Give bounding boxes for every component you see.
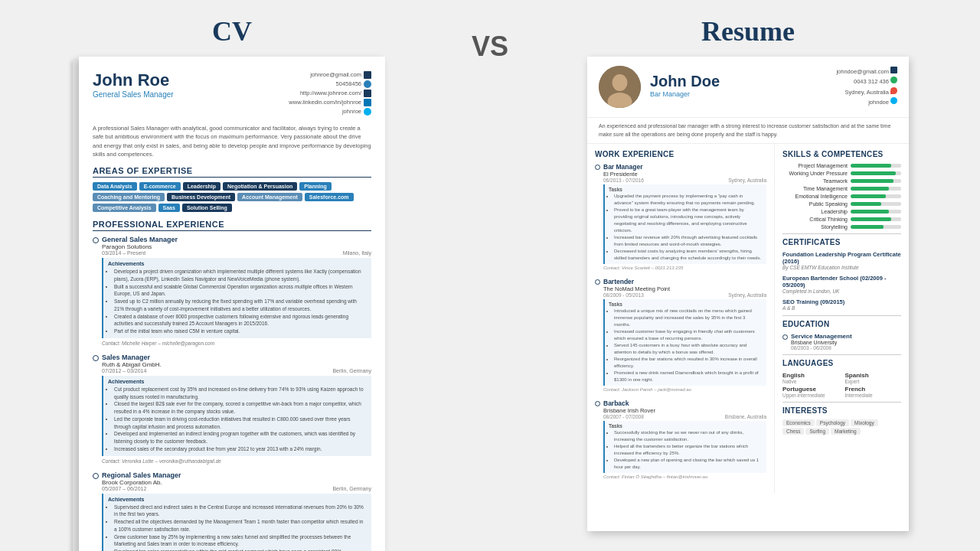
- skill-bar-wup: [851, 171, 901, 175]
- lang-english-level: Native: [782, 379, 839, 384]
- lang-portuguese-name: Portuguese: [782, 386, 839, 393]
- achievements-title-3: Achievements: [108, 497, 367, 502]
- achievements-box-3: Achievements Supervised direct and indir…: [102, 494, 371, 552]
- cv-name: John Roe: [93, 70, 174, 90]
- tasks-label-2: Tasks: [609, 302, 763, 307]
- cv-section: CV John Roe General Sales Manager johnro…: [8, 15, 456, 551]
- work-tasks-2: Tasks Introduced a unique mix of new coc…: [603, 299, 766, 386]
- lang-portuguese-level: Upper-intermediate: [782, 393, 839, 398]
- tag-solution: Solution Selling: [182, 204, 232, 212]
- skill-bar-tm: [851, 187, 901, 191]
- job-contact-2: Contact: Veronika Lotte – veronika@rutha…: [102, 458, 371, 464]
- skill-bar-ct: [851, 217, 901, 221]
- expertise-tags: Data Analysis E-commerce Leadership Nego…: [93, 182, 371, 212]
- cv-skype: johnroe: [342, 107, 361, 116]
- lang-french-level: Intermediate: [845, 393, 902, 398]
- edu-section-title: EDUCATION: [782, 320, 901, 328]
- tag-planning: Planning: [299, 182, 332, 191]
- skill-row-tw: Teamwork: [782, 178, 901, 184]
- skill-row-pm: Project Management: [782, 163, 901, 168]
- linkedin-icon: [364, 99, 371, 106]
- work-loc-1: Sydney, Australia: [728, 178, 766, 183]
- job-location-3: Berlin, Germany: [332, 486, 371, 491]
- skill-name-tm: Time Management: [782, 186, 848, 191]
- tag-negotiation: Negotiation & Persuasion: [223, 182, 297, 191]
- job-circle-3: [93, 473, 99, 479]
- work-date-3: 08/2007 - 07/2008: [603, 414, 644, 419]
- job-company-1: Paragon Solutions: [102, 243, 178, 250]
- job-entry-2: Sales Manager Ruth & Abigail GmbH. 07/20…: [93, 354, 371, 464]
- achievements-box-2: Achievements Cut product replacement cos…: [102, 376, 371, 456]
- job-contact-1: Contact: Michelle Harper – michelle@para…: [102, 341, 371, 346]
- divider-1: [782, 233, 901, 234]
- achievements-box-1: Achievements Developed a project driven …: [102, 258, 371, 338]
- interest-surfing: Surfing: [805, 428, 829, 435]
- lang-spanish-name: Spanish: [845, 372, 902, 379]
- interest-mixology: Mixology: [851, 419, 878, 426]
- cert-section-title: CERTIFICATES: [782, 238, 901, 246]
- skill-name-ps: Public Speaking: [782, 201, 848, 207]
- svg-point-1: [612, 74, 628, 91]
- work-contact-3: Contact: Fintan Ó Séaghdha – fintan@iris…: [603, 474, 766, 479]
- tasks-list-1: Upgraded the payment process by implemen…: [609, 193, 763, 262]
- cv-title: CV: [212, 15, 252, 47]
- work-title-3: Barback: [603, 399, 629, 407]
- cv-email: johnroe@gmail.com: [310, 70, 361, 80]
- resume-title: Resume: [701, 15, 795, 47]
- achievements-list-3: Supervised direct and indirect sales in …: [108, 504, 367, 552]
- tag-account: Account Management: [237, 193, 302, 201]
- cert-name-2: European Bartender School (02/2009 - 05/…: [782, 275, 901, 289]
- job-title-3: Regional Sales Manager: [102, 471, 181, 479]
- tasks-list-3: Successfully stocking the bar so we neve…: [609, 429, 763, 471]
- cv-summary: A professional Sales Manager with analyt…: [93, 124, 371, 158]
- resume-job-title: Bar Manager: [650, 90, 827, 98]
- interest-tags: Economics Psychology Mixology Chess Surf…: [782, 419, 901, 435]
- cv-website: http://www.johnroe.com/: [300, 89, 361, 98]
- divider-3: [782, 354, 901, 355]
- work-dot-2: [595, 279, 600, 285]
- job-location-2: Berlin, Germany: [332, 368, 371, 373]
- cert-org-1: By CSE EMTW Education Institute: [782, 265, 901, 270]
- skype-icon: [364, 108, 371, 116]
- skills-list: Project Management Working Under Pressur…: [782, 163, 901, 230]
- job-date-2: 07/2012 – 03/2014: [102, 368, 146, 373]
- skill-row-st: Storytelling: [782, 224, 901, 230]
- cert-name-3: SEO Training (09/2015): [782, 298, 901, 305]
- professional-experience-title: PROFESSIONAL EXPERIENCE: [93, 220, 371, 231]
- skill-name-pm: Project Management: [782, 163, 848, 168]
- skill-row-ct: Critical Thinking: [782, 217, 901, 222]
- achievements-title-1: Achievements: [108, 261, 367, 266]
- tag-saas: Saas: [158, 204, 180, 212]
- skill-bar-ei: [851, 194, 901, 198]
- work-contact-1: Contact: Vince Scarlett – 0021 213 235: [603, 266, 766, 270]
- tag-data-analysis: Data Analysis: [93, 182, 137, 191]
- interests-section-title: INTERESTS: [782, 406, 901, 415]
- work-company-1: El Presidente: [603, 171, 766, 178]
- lang-english: English Native: [782, 372, 839, 384]
- skill-name-lead: Leadership: [782, 209, 848, 214]
- divider-2: [782, 315, 901, 316]
- tasks-label-1: Tasks: [609, 187, 763, 192]
- interest-economics: Economics: [782, 419, 815, 426]
- resume-right-column: SKILLS & COMPETENCES Project Management …: [775, 144, 909, 493]
- resume-left-column: WORK EXPERIENCE Bar Manager El President…: [587, 144, 775, 493]
- skill-row-wup: Working Under Pressure: [782, 171, 901, 176]
- skill-name-ct: Critical Thinking: [782, 217, 848, 222]
- cert-3: SEO Training (09/2015) A & B: [782, 298, 901, 311]
- lang-english-name: English: [782, 372, 839, 379]
- work-entry-3: Barback Brisbane Irish Rover 08/2007 - 0…: [595, 399, 766, 479]
- cv-phone: 50458456: [336, 80, 361, 89]
- skill-row-tm: Time Management: [782, 186, 901, 191]
- res-email-icon: [890, 67, 897, 73]
- cv-name-block: John Roe General Sales Manager: [93, 70, 174, 116]
- resume-paper: John Doe Bar Manager johndoe@gmail.com 0…: [587, 57, 909, 531]
- skills-title: SKILLS & COMPETENCES: [782, 150, 901, 158]
- work-company-2: The NoMad Meeting Point: [603, 285, 766, 292]
- lang-grid: English Native Spanish Expert Portuguese…: [782, 372, 901, 398]
- res-email: johndoe@gmail.com: [836, 68, 888, 75]
- tag-competitive: Competitive Analysis: [93, 204, 156, 212]
- work-exp-title: WORK EXPERIENCE: [595, 150, 766, 158]
- cert-org-2: Completed in London, UK: [782, 289, 901, 294]
- job-date-3: 05/2007 – 06/2012: [102, 486, 146, 491]
- resume-avatar: [599, 66, 641, 108]
